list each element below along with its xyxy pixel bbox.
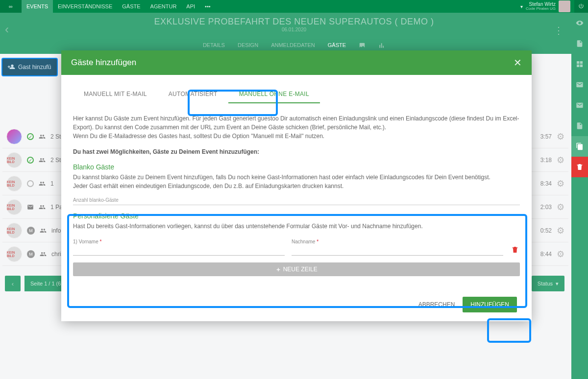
- avatar: KEIN BILD: [6, 223, 22, 238]
- people-icon: [39, 180, 46, 187]
- people-icon: [39, 157, 46, 164]
- row-time: 2:03: [540, 204, 552, 211]
- guest-form-row: 1) Vorname * Nachname *: [73, 237, 520, 256]
- row-text: 1: [50, 180, 54, 187]
- top-tab-events[interactable]: EVENTS: [22, 0, 53, 13]
- event-header: ‹ EXKLUSIVE PROBEFAHRT DES NEUEN SUPERAU…: [0, 13, 588, 54]
- modal-footer: ABBRECHEN HINZUFÜGEN: [61, 288, 532, 321]
- add-button[interactable]: HINZUFÜGEN: [463, 297, 517, 312]
- rail-doc1-icon[interactable]: [571, 33, 588, 54]
- rail-mail1-icon[interactable]: [571, 74, 588, 95]
- status-badge: M: [27, 250, 35, 258]
- rail-grid-icon[interactable]: [571, 54, 588, 74]
- gear-icon[interactable]: ⚙: [557, 225, 564, 236]
- rail-eye-icon[interactable]: [571, 13, 588, 33]
- modal-overlay: Gäste hinzufügen ✕ MANUELL MIT E-MAIL AU…: [0, 0, 588, 379]
- gear-icon[interactable]: ⚙: [557, 178, 564, 189]
- avatar: KEIN BILD: [6, 246, 22, 262]
- rail-trash-icon[interactable]: [571, 157, 588, 177]
- row-time: 8:34: [540, 180, 552, 187]
- blanko-desc: Du kannst blanko Gäste zu Deinem Event h…: [73, 173, 520, 190]
- people-icon: [39, 133, 46, 140]
- top-nav: ∞ EVENTS EINVERSTÄNDNISSE GÄSTE AGENTUR …: [0, 0, 588, 13]
- row-time: 8:44: [540, 251, 552, 258]
- intro-text: Hier kannst Du Gäste zum Event hinzufüge…: [73, 114, 520, 141]
- page-prev-button[interactable]: ‹: [5, 276, 21, 291]
- app-logo[interactable]: ∞: [0, 0, 22, 13]
- logout-icon[interactable]: [574, 0, 588, 13]
- status-badge: M: [27, 227, 35, 235]
- user-org: Code Piraten UG: [526, 7, 556, 11]
- people-icon: [39, 204, 46, 211]
- close-icon[interactable]: ✕: [514, 57, 522, 69]
- top-tab-api[interactable]: API: [181, 0, 200, 13]
- firstname-field[interactable]: 1) Vorname *: [73, 237, 285, 256]
- modal-tab-automated[interactable]: AUTOMATISIERT: [158, 86, 228, 103]
- people-icon: [40, 227, 47, 234]
- add-guests-modal: Gäste hinzufügen ✕ MANUELL MIT E-MAIL AU…: [61, 50, 532, 321]
- gear-icon[interactable]: ⚙: [557, 202, 564, 213]
- event-menu-icon[interactable]: ⋮: [554, 24, 564, 36]
- cancel-button[interactable]: ABBRECHEN: [418, 301, 455, 308]
- add-guest-label: Gast hinzufü: [18, 64, 51, 71]
- chevron-down-icon: ▾: [556, 281, 559, 287]
- back-icon[interactable]: ‹: [5, 23, 9, 36]
- delete-row-icon[interactable]: [510, 246, 520, 256]
- new-row-button[interactable]: ＋ NEUE ZEILE: [73, 262, 520, 276]
- gear-icon[interactable]: ⚙: [557, 249, 564, 260]
- right-rail: [571, 13, 588, 379]
- avatar: [6, 129, 22, 144]
- blanko-title: Blanko Gäste: [73, 163, 520, 171]
- row-time: 0:52: [540, 227, 552, 234]
- pagination: ‹ Seite 1 / 1 (6: [5, 276, 67, 291]
- modal-header: Gäste hinzufügen ✕: [61, 50, 532, 75]
- top-tab-agency[interactable]: AGENTUR: [146, 0, 182, 13]
- sort-label: Status: [538, 281, 553, 286]
- top-tab-consents[interactable]: EINVERSTÄNDNISSE: [53, 0, 117, 13]
- person-add-icon: [7, 63, 15, 71]
- blanko-input[interactable]: [73, 205, 520, 205]
- modal-tab-manual-email[interactable]: MANUELL MIT E-MAIL: [73, 86, 158, 103]
- modal-tab-manual-noemail[interactable]: MANUELL OHNE E-MAIL: [228, 86, 320, 103]
- status-badge: [27, 133, 34, 140]
- page-info: Seite 1 / 1 (6: [24, 276, 67, 291]
- top-tab-guests[interactable]: GÄSTE: [117, 0, 145, 13]
- event-title: EXKLUSIVE PROBEFAHRT DES NEUEN SUPERAUTO…: [0, 17, 588, 27]
- status-badge: [27, 157, 34, 164]
- sort-dropdown[interactable]: Status ▾: [532, 276, 564, 291]
- user-menu[interactable]: ▾ Stefan Wirtz Code Piraten UG: [516, 0, 574, 13]
- blanko-input-label: Anzahl blanko-Gäste: [73, 197, 520, 203]
- rail-mail2-icon[interactable]: [571, 95, 588, 116]
- people-icon: [40, 251, 47, 258]
- event-date: 06.01.2020: [0, 27, 588, 32]
- modal-tabs: MANUELL MIT E-MAIL AUTOMATISIERT MANUELL…: [73, 86, 520, 103]
- highlight-box: [487, 318, 531, 343]
- avatar: KEIN BILD: [6, 176, 22, 191]
- avatar: KEIN BILD: [6, 152, 22, 168]
- mail-icon: [27, 204, 34, 211]
- rail-pdf-icon[interactable]: [571, 116, 588, 136]
- top-tabs: EVENTS EINVERSTÄNDNISSE GÄSTE AGENTUR AP…: [22, 0, 216, 13]
- intro-bold: Du hast zwei Möglichkeiten, Gäste zu Dei…: [73, 147, 520, 156]
- row-time: 3:18: [540, 157, 552, 164]
- personal-desc: Hast Du bereits Gast-Informationen vorli…: [73, 222, 520, 231]
- add-guest-button[interactable]: Gast hinzufü: [1, 58, 58, 76]
- modal-title: Gäste hinzufügen: [71, 58, 136, 68]
- gear-icon[interactable]: ⚙: [557, 131, 564, 142]
- status-badge: [27, 180, 34, 187]
- personal-title: Personalisierte Gäste: [73, 212, 520, 220]
- user-avatar: [559, 0, 570, 12]
- top-tab-more[interactable]: •••: [200, 0, 216, 13]
- avatar: KEIN BILD: [6, 199, 22, 215]
- rail-copy-icon[interactable]: [571, 136, 588, 157]
- lastname-field[interactable]: Nachname *: [292, 237, 503, 256]
- gear-icon[interactable]: ⚙: [557, 155, 564, 166]
- row-time: 3:57: [540, 133, 552, 140]
